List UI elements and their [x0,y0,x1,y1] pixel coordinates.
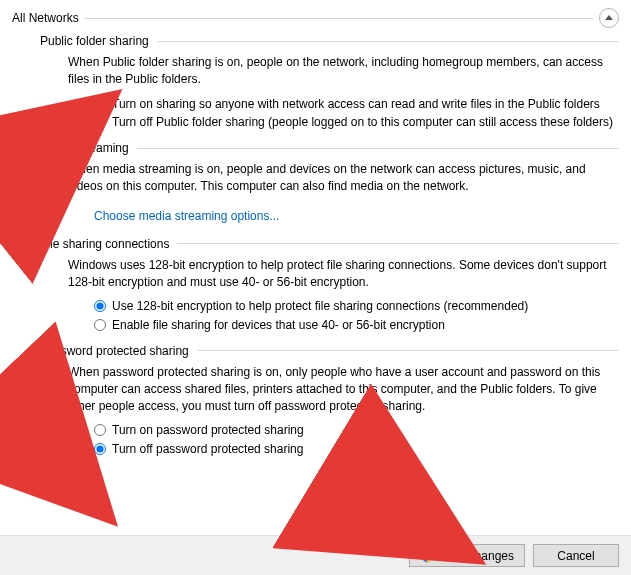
chevron-up-icon [605,15,613,20]
media-streaming-options-link[interactable]: Choose media streaming options... [94,209,279,223]
radio-label[interactable]: Turn off Public folder sharing (people l… [112,114,613,131]
group-description: When Public folder sharing is on, people… [68,54,608,88]
radio-label[interactable]: Enable file sharing for devices that use… [112,317,445,334]
group-title: Media streaming [40,141,137,155]
button-label: Cancel [557,549,594,563]
radio-label[interactable]: Turn on password protected sharing [112,422,304,439]
radio-label[interactable]: Use 128-bit encryption to help protect f… [112,298,528,315]
radio-pfs-off[interactable] [94,116,106,128]
radio-pps-off[interactable] [94,443,106,455]
button-label: Save changes [438,549,514,563]
group-file-sharing-connections: File sharing connections Windows uses 12… [40,237,619,334]
group-password-protected-sharing: Password protected sharing When password… [40,344,619,458]
save-changes-button[interactable]: Save changes [409,544,525,567]
section-header: All Networks [12,8,619,28]
svg-line-2 [370,495,445,540]
radio-pfs-on[interactable] [94,98,106,110]
radio-pps-on[interactable] [94,424,106,436]
collapse-button[interactable] [599,8,619,28]
group-title: Password protected sharing [40,344,197,358]
header-rule [85,18,593,19]
group-description: Windows uses 128-bit encryption to help … [68,257,608,291]
group-description: When password protected sharing is on, o… [68,364,608,414]
radio-label[interactable]: Turn off password protected sharing [112,441,303,458]
group-title: Public folder sharing [40,34,157,48]
radio-fsc-128[interactable] [94,300,106,312]
footer-bar: Save changes Cancel [0,535,631,575]
group-title: File sharing connections [40,237,177,251]
group-description: When media streaming is on, people and d… [68,161,608,195]
radio-fsc-4056[interactable] [94,319,106,331]
section-title: All Networks [12,11,85,25]
group-public-folder-sharing: Public folder sharing When Public folder… [40,34,619,131]
uac-shield-icon [420,549,434,563]
group-media-streaming: Media streaming When media streaming is … [40,141,619,227]
cancel-button[interactable]: Cancel [533,544,619,567]
radio-label[interactable]: Turn on sharing so anyone with network a… [112,96,600,113]
